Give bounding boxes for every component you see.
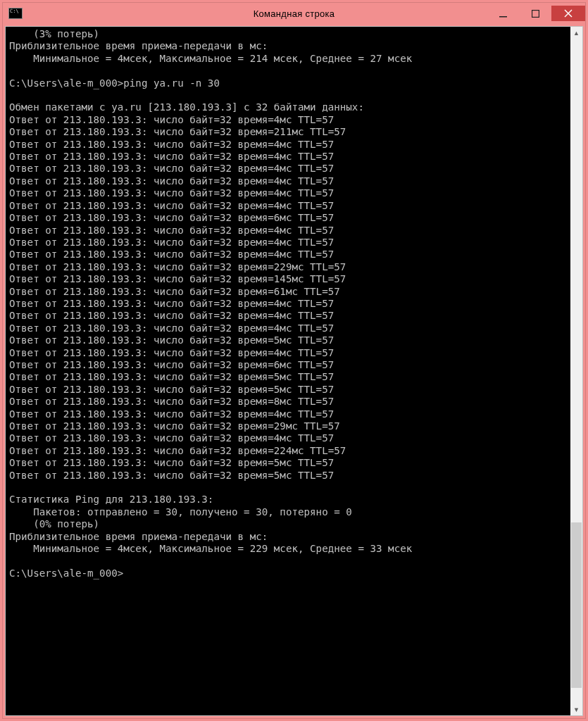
minimize-button[interactable] xyxy=(487,6,519,21)
scroll-up-button[interactable]: ▲ xyxy=(570,27,582,39)
terminal-wrapper: (3% потерь) Приблизительное время приема… xyxy=(5,26,583,716)
command-prompt-window: C:\ Командная строка (3% потерь) Приблиз… xyxy=(2,2,586,719)
client-area: (3% потерь) Приблизительное время приема… xyxy=(3,24,585,718)
scroll-thumb[interactable] xyxy=(571,522,582,688)
titlebar[interactable]: C:\ Командная строка xyxy=(3,3,585,24)
scroll-down-button[interactable]: ▼ xyxy=(570,703,582,715)
terminal-output[interactable]: (3% потерь) Приблизительное время приема… xyxy=(6,27,570,715)
vertical-scrollbar[interactable]: ▲ ▼ xyxy=(570,27,582,715)
window-controls xyxy=(487,3,585,24)
svg-rect-1 xyxy=(532,10,539,17)
close-button[interactable] xyxy=(551,6,585,21)
svg-rect-0 xyxy=(499,16,507,18)
maximize-button[interactable] xyxy=(519,6,551,21)
